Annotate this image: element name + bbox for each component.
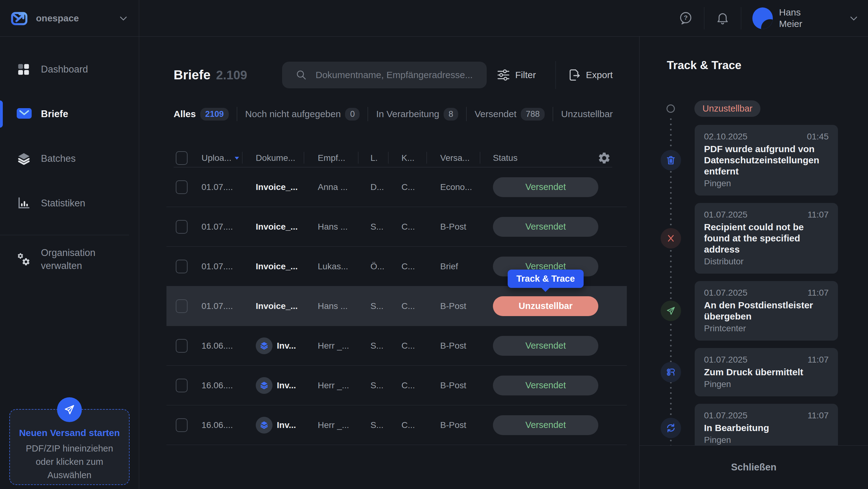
user-menu[interactable]: Hans Meier bbox=[752, 7, 859, 29]
column-header-versandart[interactable]: Versa... bbox=[440, 153, 493, 163]
timeline-start-circle-icon bbox=[666, 104, 675, 113]
row-checkbox[interactable] bbox=[176, 181, 188, 194]
tab-versendet[interactable]: Versendet 788 bbox=[475, 108, 545, 121]
timeline-card[interactable]: 02.10.2025 01:45 PDF wurde aufgrund von … bbox=[695, 125, 838, 196]
sidebar-item-batches[interactable]: Batches bbox=[0, 145, 139, 172]
table-header: Uploa... Dokume... Empf... L. K... Versa… bbox=[166, 149, 627, 167]
divider bbox=[704, 7, 704, 29]
onespace-logo-icon bbox=[9, 8, 29, 28]
sidebar-item-label: Batches bbox=[41, 153, 75, 164]
sidebar-item-label: Statistiken bbox=[41, 198, 85, 209]
table-row[interactable]: 01.07.... Invoice_... Hans ... S... C...… bbox=[166, 207, 627, 247]
search-input[interactable] bbox=[316, 70, 477, 80]
table-settings-button[interactable] bbox=[597, 151, 611, 165]
select-all-checkbox[interactable] bbox=[176, 151, 188, 165]
filter-button[interactable]: Filter bbox=[497, 62, 536, 88]
table-row[interactable]: 01.07.... Invoice_... Anna ... D... C...… bbox=[166, 167, 627, 207]
status-badge: Versendet bbox=[493, 336, 598, 356]
tab-noch-nicht-aufgegeben[interactable]: Noch nicht aufgegeben 0 bbox=[245, 108, 360, 121]
sidebar-divider bbox=[0, 235, 129, 235]
notifications-button[interactable] bbox=[715, 11, 730, 25]
table-row[interactable]: 16.06.... Inv... Herr _... S... C... B-P… bbox=[166, 405, 627, 445]
status-badge: Versendet bbox=[493, 177, 598, 197]
sidebar-item-organisation[interactable]: Organisation verwalten bbox=[0, 247, 139, 272]
column-header-dokument[interactable]: Dokume... bbox=[256, 153, 318, 163]
table-row[interactable]: 16.06.... Inv... Herr _... S... C... B-P… bbox=[166, 326, 627, 366]
column-header-land[interactable]: L. bbox=[370, 153, 401, 163]
close-button[interactable]: Schließen bbox=[731, 462, 776, 473]
row-checkbox[interactable] bbox=[176, 418, 188, 432]
column-header-status[interactable]: Status bbox=[493, 153, 598, 163]
sidebar-item-statistiken[interactable]: Statistiken bbox=[0, 190, 139, 216]
layers-icon bbox=[17, 152, 31, 166]
column-header-upload[interactable]: Uploa... bbox=[197, 153, 256, 163]
search-box bbox=[282, 62, 487, 88]
event-date: 01.07.2025 bbox=[704, 288, 747, 298]
column-header-kategorie[interactable]: K... bbox=[401, 153, 440, 163]
help-button[interactable]: ? bbox=[679, 11, 693, 25]
status-badge: Versendet bbox=[493, 376, 598, 395]
event-time: 11:07 bbox=[808, 355, 829, 365]
workspace-switcher[interactable]: onespace bbox=[0, 0, 139, 36]
divider bbox=[480, 152, 480, 164]
envelope-icon bbox=[17, 107, 31, 121]
event-title: In Bearbeitung bbox=[704, 422, 829, 433]
timeline: Unzustellbar 02.10.2025 01:45 bbox=[640, 100, 868, 489]
timeline-card[interactable]: 01.07.2025 11:07 An den Postdienstleiste… bbox=[695, 281, 838, 340]
tab-in-verarbeitung[interactable]: In Verarbeitung 8 bbox=[376, 108, 458, 121]
track-trace-tooltip: Track & Trace bbox=[508, 270, 584, 288]
dropzone-title: Neuen Versand starten bbox=[10, 428, 129, 438]
tab-count-badge: 8 bbox=[444, 108, 458, 121]
status-badge-undeliverable[interactable]: Unzustellbar bbox=[493, 296, 598, 316]
divider bbox=[553, 107, 553, 121]
event-title: Recipient could not be found at the spec… bbox=[704, 222, 829, 255]
timeline-card[interactable]: 01.07.2025 11:07 Recipient could not be … bbox=[695, 203, 838, 273]
timeline-status-badge: Unzustellbar bbox=[694, 100, 761, 117]
status-tabs: Alles 2109 Noch nicht aufgegeben 0 In Ve… bbox=[174, 105, 613, 123]
table-row-selected[interactable]: 01.07.... Invoice_... Hans ... S... C...… bbox=[166, 286, 627, 326]
export-button[interactable]: Export bbox=[567, 62, 613, 88]
timeline-card[interactable]: 01.07.2025 11:07 In Bearbeitung Pingen bbox=[695, 404, 838, 452]
divider bbox=[358, 152, 359, 164]
divider bbox=[556, 61, 556, 89]
event-source: Pingen bbox=[704, 178, 829, 189]
row-checkbox[interactable] bbox=[176, 379, 188, 392]
sidebar-item-label: Organisation verwalten bbox=[41, 247, 118, 272]
tab-unzustellbar[interactable]: Unzustellbar bbox=[561, 109, 613, 119]
event-date: 01.07.2025 bbox=[704, 411, 747, 421]
event-source: Pingen bbox=[704, 379, 829, 390]
tab-count-badge: 788 bbox=[521, 108, 545, 121]
row-checkbox[interactable] bbox=[176, 299, 188, 313]
panel-footer: Schließen bbox=[640, 445, 868, 489]
sidebar-item-briefe[interactable]: Briefe bbox=[0, 101, 139, 127]
table-row[interactable]: 16.06.... Inv... Herr _... S... C... B-P… bbox=[166, 366, 627, 405]
refresh-icon bbox=[661, 418, 681, 438]
gears-icon bbox=[17, 252, 31, 266]
bar-chart-icon bbox=[17, 196, 31, 210]
divider bbox=[388, 152, 389, 164]
event-date: 01.07.2025 bbox=[704, 210, 747, 220]
event-date: 02.10.2025 bbox=[704, 132, 747, 142]
chevron-down-icon bbox=[849, 13, 859, 23]
column-header-empfaenger[interactable]: Empf... bbox=[318, 153, 370, 163]
filter-icon bbox=[497, 68, 510, 82]
timeline-card[interactable]: 01.07.2025 11:07 Zum Druck übermittelt P… bbox=[695, 348, 838, 396]
track-trace-panel: Track & Trace Unzustellbar bbox=[639, 37, 868, 489]
tab-count-badge: 2109 bbox=[200, 108, 229, 121]
event-source: Printcenter bbox=[704, 323, 829, 334]
divider bbox=[304, 152, 304, 164]
event-date: 01.07.2025 bbox=[704, 355, 747, 365]
row-checkbox[interactable] bbox=[176, 220, 188, 234]
send-icon bbox=[57, 397, 82, 422]
sidebar-item-dashboard[interactable]: Dashboard bbox=[0, 56, 139, 83]
row-checkbox[interactable] bbox=[176, 260, 188, 273]
tab-alles[interactable]: Alles 2109 bbox=[174, 108, 229, 121]
divider bbox=[427, 152, 427, 164]
upload-dropzone[interactable]: Neuen Versand starten PDF/ZIP hineinzieh… bbox=[9, 409, 130, 485]
row-checkbox[interactable] bbox=[176, 339, 188, 353]
divider bbox=[466, 107, 467, 121]
dropzone-description: PDF/ZIP hineinziehen oder klicken zum Au… bbox=[18, 442, 121, 482]
batch-layers-icon bbox=[256, 417, 273, 433]
filter-label: Filter bbox=[515, 70, 536, 80]
send-icon bbox=[661, 301, 681, 321]
